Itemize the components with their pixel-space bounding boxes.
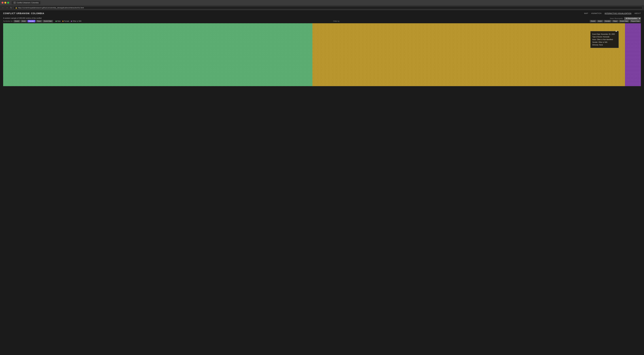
order-actor-btn[interactable]: Actor [597,20,603,22]
viz-tan-section[interactable]: Event Date: November 28, 1993 Type of Ev… [312,23,625,86]
tooltip-gender: Gender: Other or N/A [592,41,617,44]
order-label: Order by: [333,20,340,22]
legend-female-dot [62,20,64,22]
titlebar: Conflict Urbanism: Colombia [0,0,644,5]
legend-female-label: Female [64,20,69,22]
legend-male-label: Male [57,20,61,22]
top-nav: CONFLICT URBANISM: COLOMBIA MAP ANIMATIO… [0,10,644,16]
secure-icon: 🔒 [15,7,17,9]
nav-links: MAP ANIMATION INTERACTIVE VISUALIZATION … [584,12,641,14]
symbolize-buttons: Event Actor Gender Race Event Date [14,20,53,22]
municipality-label: Select Municipality: [610,18,623,19]
order-buttons: Event Actor Gender Race Event Date Repor… [590,20,641,22]
order-race-btn[interactable]: Race [612,20,618,22]
legend-female: Female [62,20,69,22]
legend-group: Male Female Other or N/A [56,20,81,22]
app-container: CONFLICT URBANISM: COLOMBIA MAP ANIMATIO… [0,10,644,104]
subtitle: A random sample of 200,000 victims of th… [3,17,42,19]
viz-green-section[interactable] [3,23,312,86]
traffic-lights [2,2,9,4]
nav-link-about[interactable]: ABOUT [634,12,641,14]
order-gender-btn[interactable]: Gender [604,20,612,22]
controls-row: Symbolize by: Event Actor Gender Race Ev… [3,20,641,22]
visualization-container[interactable]: Event Date: November 28, 1993 Type of Ev… [3,23,641,86]
municipality-select[interactable]: All Municipalities [624,17,641,20]
back-button[interactable]: ← [2,6,4,9]
legend-male: Male [56,20,61,22]
symbolize-actor-btn[interactable]: Actor [21,20,27,22]
legend-other-dot [71,20,72,22]
tooltip: Event Date: November 28, 1993 Type of Ev… [590,31,619,48]
tooltip-ethnicity: Ethnicity: None [592,44,617,46]
close-button[interactable] [2,2,4,4]
symbolize-race-btn[interactable]: Race [36,20,42,22]
legend-male-dot [56,20,57,22]
nav-link-animation[interactable]: ANIMATION [591,12,602,14]
legend-other: Other or N/A [71,20,81,22]
tooltip-dot [616,31,617,32]
browser-tab[interactable]: Conflict Urbanism: Colombia [12,1,40,4]
refresh-button[interactable]: ↻ [10,6,12,9]
symbolize-label: Symbolize by: [3,20,13,22]
tab-title: Conflict Urbanism: Colombia [17,2,38,4]
tooltip-event-date: Event Date: November 28, 1993 [592,33,617,36]
order-reportdate-btn[interactable]: Report Date [630,20,641,22]
tab-favicon [14,2,16,4]
legend-other-label: Other or N/A [72,20,81,22]
minimize-button[interactable] [4,2,6,4]
maximize-button[interactable] [7,2,9,4]
forward-button[interactable]: → [6,6,8,9]
nav-link-interactive-viz[interactable]: INTERACTIVE VISUALIZATION [605,12,632,14]
symbolize-gender-btn[interactable]: Gender [28,20,35,22]
controls-bar: A random sample of 200,000 victims of th… [0,16,644,23]
order-event-btn[interactable]: Event [590,20,596,22]
browser-chrome: Conflict Urbanism: Colombia ← → ↻ 🔒 http… [0,0,644,10]
tooltip-type: Type of Event: Homicide [592,36,617,38]
site-title: CONFLICT URBANISM: COLOMBIA [3,12,44,14]
nav-link-map[interactable]: MAP [584,12,588,14]
url-text: https://centerforspatialresearch.github.… [18,7,84,9]
browser-toolbar: ← → ↻ 🔒 https://centerforspatialresearch… [0,5,644,10]
symbolize-event-btn[interactable]: Event [14,20,20,22]
address-bar[interactable]: 🔒 https://centerforspatialresearch.githu… [14,6,642,9]
symbolize-eventdate-btn[interactable]: Event Date [43,20,53,22]
tooltip-actor: Actor: Other or Non-Identified [592,38,617,41]
order-eventdate-btn[interactable]: Event Date [619,20,629,22]
viz-purple-section[interactable] [625,23,641,86]
